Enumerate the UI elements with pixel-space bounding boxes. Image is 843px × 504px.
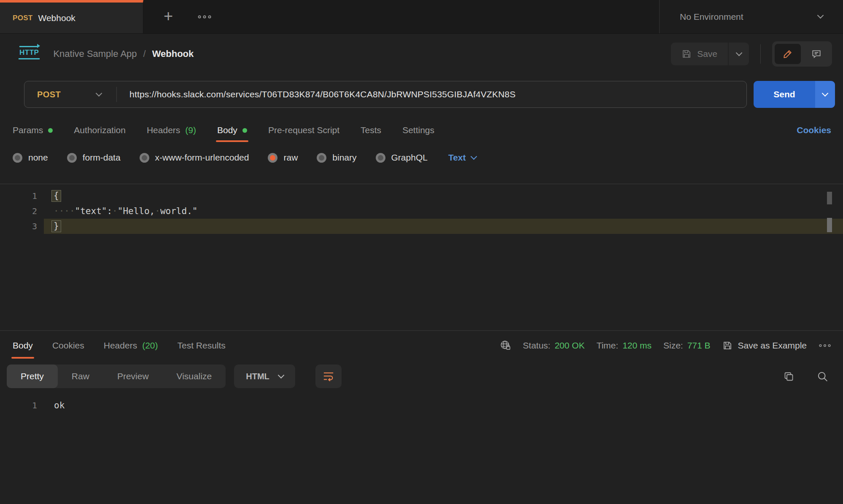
save-button[interactable]: Save [671,43,728,65]
tab-label: Headers [147,125,180,135]
divider [760,44,761,64]
status-value: 200 OK [555,340,584,351]
time-badge: Time: 120 ms [596,340,652,351]
whitespace-dots: ···· [54,206,75,216]
radio-raw[interactable]: raw [268,153,298,163]
view-preview[interactable]: Preview [103,365,163,388]
method-selector[interactable]: POST [24,90,116,99]
request-tabs: Params Authorization Headers (9) Body Pr… [0,117,843,143]
send-button[interactable]: Send [754,81,815,108]
response-body-text: ok [37,400,65,410]
response-tab-cookies[interactable]: Cookies [52,331,84,360]
copy-icon[interactable] [783,371,795,382]
size-label: Size: [663,340,683,351]
radio-icon-selected [268,153,277,163]
header-actions: Save [671,41,832,67]
radio-label: raw [283,153,298,163]
status-label: Status: [523,340,550,351]
url-bar: POST https://hooks.slack.com/services/T0… [24,81,747,108]
response-tab-test-results[interactable]: Test Results [178,331,226,360]
radio-label: x-www-form-urlencoded [155,153,249,163]
open-brace: { [51,190,61,201]
request-body-editor[interactable]: 1 { 2 ····"text":·"Hello,·world." 3 } [0,184,843,330]
response-tabs: Body Cookies Headers (20) Test Results [13,331,226,360]
wrap-text-icon [322,371,335,382]
tab-label: Body [13,340,33,351]
comments-button[interactable] [803,44,830,64]
body-type-row: none form-data x-www-form-urlencoded raw… [0,146,843,169]
green-dot-icon [48,128,53,133]
chevron-down-icon [470,153,477,160]
line-number: 3 [0,221,37,231]
whitespace-dot: · [112,206,118,216]
tab-count: (20) [142,340,158,351]
response-more-options-icon[interactable] [819,343,831,348]
tab-headers[interactable]: Headers (9) [147,117,196,143]
tab-tests[interactable]: Tests [361,117,381,143]
radio-none[interactable]: none [13,153,48,163]
whitespace-dot: · [155,206,160,216]
tab-label: Tests [361,125,381,135]
tab-params[interactable]: Params [13,117,53,143]
send-options-button[interactable] [815,81,835,108]
tab-more-options-icon[interactable] [197,15,212,19]
view-pretty[interactable]: Pretty [7,365,58,388]
chevron-down-icon [96,90,102,97]
response-tab-headers[interactable]: Headers (20) [104,331,158,360]
tab-label: Params [13,125,43,135]
save-icon [722,340,733,351]
breadcrumb-collection[interactable]: Knative Sample App [53,48,137,59]
response-toolbar: Pretty Raw Preview Visualize HTML [0,360,843,393]
tab-label: Settings [402,125,434,135]
wrap-text-button[interactable] [315,365,342,388]
radio-label: none [28,153,48,163]
network-globe-lock-icon[interactable] [500,340,511,351]
pencil-icon [782,48,793,59]
radio-icon [317,153,326,163]
view-raw[interactable]: Raw [58,365,103,388]
tab-actions: + [143,0,659,33]
radio-label: binary [332,153,356,163]
chevron-down-icon [278,372,285,378]
tab-authorization[interactable]: Authorization [74,117,126,143]
http-protocol-icon: HTTP [19,48,40,59]
save-options-button[interactable] [729,43,749,65]
raw-format-selector[interactable]: Text [448,153,476,163]
documentation-edit-button[interactable] [775,44,801,64]
environment-label: No Environment [680,12,743,22]
line-number: 1 [0,400,37,410]
tab-settings[interactable]: Settings [402,117,434,143]
radio-binary[interactable]: binary [317,153,356,163]
url-input[interactable]: https://hooks.slack.com/services/T06TD83… [117,89,516,99]
save-as-example-button[interactable]: Save as Example [722,340,807,351]
time-label: Time: [596,340,618,351]
radio-icon [67,153,77,163]
response-body[interactable]: 1 ok [0,400,843,410]
response-format-label: HTML [246,372,269,381]
send-split-button: Send [754,81,835,108]
scrollbar-mark [827,218,832,232]
method-label: POST [37,90,61,99]
radio-form-data[interactable]: form-data [67,153,121,163]
search-icon[interactable] [816,370,829,383]
save-as-example-label: Save as Example [738,340,807,351]
chevron-down-icon [735,49,742,56]
response-header: Body Cookies Headers (20) Test Results S… [0,330,843,360]
request-tab[interactable]: POST Webhook [0,0,143,33]
radio-graphql[interactable]: GraphQL [376,153,428,163]
cookies-link[interactable]: Cookies [797,125,831,135]
tab-pre-request-script[interactable]: Pre-request Script [268,117,339,143]
response-toolbar-icons [783,370,829,383]
editor-line-2: 2 ····"text":·"Hello,·world." [0,204,843,219]
response-tab-body[interactable]: Body [13,331,33,360]
tab-label: Pre-request Script [268,125,339,135]
view-visualize[interactable]: Visualize [163,365,226,388]
radio-icon [140,153,149,163]
tab-body[interactable]: Body [217,117,247,143]
breadcrumb-request-name[interactable]: Webhook [152,48,194,59]
line-number: 1 [0,191,37,201]
response-format-selector[interactable]: HTML [234,365,295,388]
radio-icon [13,153,22,163]
radio-x-www-form-urlencoded[interactable]: x-www-form-urlencoded [140,153,249,163]
environment-selector[interactable]: No Environment [659,0,843,33]
